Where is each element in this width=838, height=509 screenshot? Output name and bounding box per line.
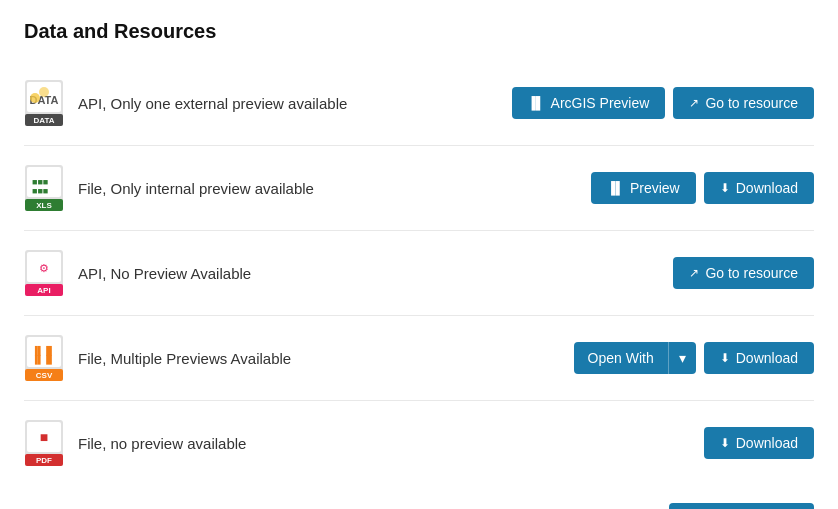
download-all-button[interactable]: ⬇ Download All + <box>669 503 814 509</box>
open-with-label: Open With <box>588 350 654 366</box>
resource-left: ■ PDF File, no preview available <box>24 419 246 467</box>
preview-button[interactable]: ▐▌ ArcGIS Preview <box>512 87 666 119</box>
split-button-group: Open With ▾ <box>574 342 696 374</box>
open-with-caret-button[interactable]: ▾ <box>668 342 696 374</box>
svg-text:■■■: ■■■ <box>32 186 48 196</box>
external-icon: ↗ <box>689 96 699 110</box>
svg-text:PDF: PDF <box>36 456 52 465</box>
resource-actions: ⬇ Download <box>704 427 814 459</box>
svg-text:⚙: ⚙ <box>39 262 49 274</box>
chart-icon: ▐▌ <box>528 96 545 110</box>
resource-label: File, Multiple Previews Available <box>78 350 291 367</box>
download-icon: ⬇ <box>720 351 730 365</box>
resource-list: DATA DATA API, Only one external preview… <box>24 61 814 485</box>
download-button[interactable]: ⬇ Download <box>704 342 814 374</box>
resource-left: ▐▌▐▌ ▐▌▐▌ CSV File, Multiple Previews Av… <box>24 334 291 382</box>
svg-text:▐▌▐▌: ▐▌▐▌ <box>32 354 55 365</box>
resource-actions: ▐▌ ArcGIS Preview ↗ Go to resource <box>512 87 814 119</box>
download-label: Download <box>736 350 798 366</box>
download-icon: ⬇ <box>720 436 730 450</box>
download-button[interactable]: ⬇ Download <box>704 427 814 459</box>
page-title: Data and Resources <box>24 20 814 43</box>
resource-item: ■■■ ■■■ XLS File, Only internal preview … <box>24 146 814 231</box>
svg-point-6 <box>39 87 49 97</box>
resource-icon-xls: ■■■ ■■■ XLS <box>24 164 64 212</box>
resource-item: ⚙ API API, No Preview Available ↗ Go to … <box>24 231 814 316</box>
svg-text:■: ■ <box>40 429 48 445</box>
download-button[interactable]: ⬇ Download <box>704 172 814 204</box>
preview-label: Preview <box>630 180 680 196</box>
resource-icon-api: ⚙ API <box>24 249 64 297</box>
resource-actions: Open With ▾ ⬇ Download <box>574 342 814 374</box>
resource-label: File, no preview available <box>78 435 246 452</box>
resource-left: ⚙ API API, No Preview Available <box>24 249 251 297</box>
resource-actions: ↗ Go to resource <box>673 257 814 289</box>
resource-item: ▐▌▐▌ ▐▌▐▌ CSV File, Multiple Previews Av… <box>24 316 814 401</box>
goto-label: Go to resource <box>705 265 798 281</box>
resource-icon-data: DATA DATA <box>24 79 64 127</box>
chart-icon: ▐▌ <box>607 181 624 195</box>
svg-point-5 <box>30 93 40 103</box>
download-icon: ⬇ <box>720 181 730 195</box>
download-label: Download <box>736 180 798 196</box>
external-icon: ↗ <box>689 266 699 280</box>
resource-left: DATA DATA API, Only one external preview… <box>24 79 347 127</box>
resource-label: API, No Preview Available <box>78 265 251 282</box>
resource-left: ■■■ ■■■ XLS File, Only internal preview … <box>24 164 314 212</box>
download-all-section: ⬇ Download All + <box>24 485 814 509</box>
resource-icon-csv: ▐▌▐▌ ▐▌▐▌ CSV <box>24 334 64 382</box>
resource-item: ■ PDF File, no preview available ⬇ Downl… <box>24 401 814 485</box>
resource-actions: ▐▌ Preview ⬇ Download <box>591 172 814 204</box>
svg-text:CSV: CSV <box>36 371 53 380</box>
resource-label: File, Only internal preview available <box>78 180 314 197</box>
caret-down-icon: ▾ <box>679 350 686 366</box>
goto-resource-button[interactable]: ↗ Go to resource <box>673 87 814 119</box>
svg-text:API: API <box>37 286 50 295</box>
download-label: Download <box>736 435 798 451</box>
goto-resource-button[interactable]: ↗ Go to resource <box>673 257 814 289</box>
open-with-button[interactable]: Open With <box>574 342 668 374</box>
svg-text:XLS: XLS <box>36 201 52 210</box>
resource-label: API, Only one external preview available <box>78 95 347 112</box>
resource-item: DATA DATA API, Only one external preview… <box>24 61 814 146</box>
preview-button[interactable]: ▐▌ Preview <box>591 172 696 204</box>
resource-icon-pdf: ■ PDF <box>24 419 64 467</box>
svg-text:DATA: DATA <box>33 116 54 125</box>
preview-label: ArcGIS Preview <box>551 95 650 111</box>
goto-label: Go to resource <box>705 95 798 111</box>
